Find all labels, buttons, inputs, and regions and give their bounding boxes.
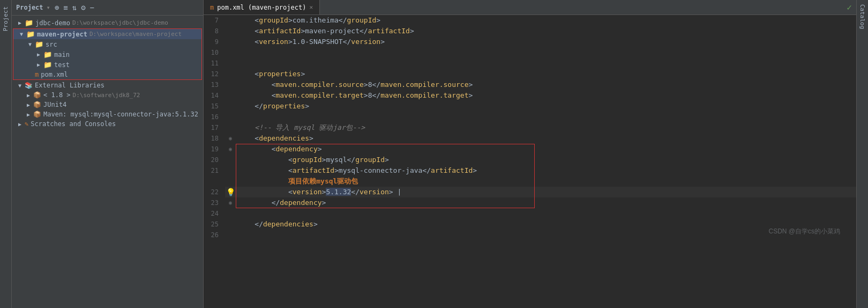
chevron-right-icon: ▶	[18, 20, 25, 26]
junit-label: JUnit4	[43, 101, 66, 108]
sort-icon[interactable]: ⇅	[71, 2, 78, 13]
src-chevron-icon: ▼	[28, 41, 35, 47]
line-content-14: <maven.compiler.target>8</maven.compiler…	[236, 90, 856, 101]
tree-item-jdbc-demo[interactable]: ▶ 📁 jdbc-demo D:\workspace\jdbc\jdbc-dem…	[12, 18, 203, 28]
code-line-24: 24	[204, 208, 856, 219]
code-line-18: 18 ◉ <dependencies>	[204, 133, 856, 144]
tree-item-test[interactable]: ▶ 📁 test	[13, 60, 201, 70]
main-label: main	[54, 51, 70, 58]
mysql-connector-label: Maven: mysql:mysql-connector-java:5.1.32	[43, 111, 198, 118]
header-dropdown-icon[interactable]: ▾	[47, 4, 50, 11]
mysql-chevron-icon: ▶	[27, 112, 33, 118]
code-line-20: 20 <groupId>mysql</groupId>	[204, 155, 856, 165]
code-line-14: 14 <maven.compiler.target>8</maven.compi…	[204, 90, 856, 101]
line-content-21: <artifactId>mysql-connector-java</artifa…	[236, 165, 856, 187]
settings-icon[interactable]: ⚙	[80, 2, 86, 13]
catalog-tab-label[interactable]: Catalog	[857, 0, 867, 33]
project-sidebar: Project ▾ ⊕ ≡ ⇅ ⚙ − ▶ 📁 jdbc-demo D:\wor…	[12, 0, 204, 308]
line-num-24: 24	[204, 208, 225, 219]
code-editor[interactable]: 7 <groupId>com.itheima</groupId> 8 <arti…	[204, 15, 856, 308]
sidebar-header: Project ▾ ⊕ ≡ ⇅ ⚙ −	[12, 0, 203, 16]
lightbulb-icon[interactable]: 💡	[225, 187, 236, 197]
tree-item-jdk[interactable]: ▶ 📦 < 1.8 > D:\software\jdk8_72	[12, 90, 203, 100]
tree-item-pom-xml[interactable]: m pom.xml	[13, 70, 201, 79]
line-num-12: 12	[204, 69, 225, 79]
tree-item-scratches[interactable]: ▶ ✎ Scratches and Consoles	[12, 119, 203, 129]
line-num-11: 11	[204, 58, 225, 69]
line-content-9: <version>1.0-SNAPSHOT</version>	[236, 36, 856, 47]
collapse-all-icon[interactable]: ≡	[62, 2, 69, 13]
src-label: src	[46, 41, 57, 48]
line-num-19: 19	[204, 144, 225, 155]
code-line-22: 22 💡 <version>5.1.32</version> |	[204, 187, 856, 197]
watermark: CSDN @自学cs的小菜鸡	[768, 227, 840, 236]
line-content-20: <groupId>mysql</groupId>	[236, 155, 856, 165]
tree-item-junit[interactable]: ▶ 📦 JUnit4	[12, 100, 203, 109]
line-num-15: 15	[204, 101, 225, 112]
left-vertical-tab[interactable]: Project	[0, 0, 12, 308]
line-content-15: </properties>	[236, 101, 856, 112]
line-content-7: <groupId>com.itheima</groupId>	[236, 15, 856, 26]
maven-project-path: D:\workspace\maven-project	[89, 31, 182, 38]
maven-project-label: maven-project	[37, 31, 87, 38]
line-content-23: </dependency>	[236, 197, 856, 208]
code-line-17: 17 <!-- 导入 mysql 驱动jar包-->	[204, 122, 856, 133]
project-tab-label[interactable]: Project	[1, 2, 11, 35]
junit-lib-icon: 📦	[33, 101, 41, 108]
tree-item-mysql-connector[interactable]: ▶ 📦 Maven: mysql:mysql-connector-java:5.…	[12, 109, 203, 119]
dependency-block: 19 ◉ <dependency> 20 <groupId>mysql</gro…	[204, 144, 856, 208]
line-num-8: 8	[204, 26, 225, 36]
gutter-19: ◉	[225, 144, 236, 155]
line-content-13: <maven.compiler.source>8</maven.compiler…	[236, 79, 856, 90]
tree-item-external-libs[interactable]: ▼ 📚 External Libraries	[12, 80, 203, 90]
line-content-26	[236, 230, 856, 240]
line-content-8: <artifactId>maven-project</artifactId>	[236, 26, 856, 36]
line-content-16	[236, 112, 856, 122]
right-vertical-tab[interactable]: Catalog	[856, 0, 868, 308]
tab-close-button[interactable]: ✕	[309, 4, 313, 11]
line-content-10	[236, 47, 856, 58]
close-sidebar-icon[interactable]: −	[89, 2, 95, 13]
jdk-lib-icon: 📦	[33, 91, 41, 99]
maven-project-group: ▼ 📁 maven-project D:\workspace\maven-pro…	[13, 28, 202, 80]
tree-item-src[interactable]: ▼ 📁 src	[13, 39, 201, 49]
sidebar-toolbar: ⊕ ≡ ⇅ ⚙ −	[54, 2, 95, 13]
main-folder-icon: 📁	[43, 50, 52, 58]
line-content-11	[236, 58, 856, 69]
line-num-26: 26	[204, 230, 225, 240]
line-content-19: <dependency>	[236, 144, 856, 155]
code-line-15: 15 </properties>	[204, 101, 856, 112]
line-content-17: <!-- 导入 mysql 驱动jar包-->	[236, 122, 856, 133]
pom-xml-label: pom.xml	[41, 71, 68, 78]
project-header-title: Project	[16, 4, 43, 11]
project-folder-icon: 📁	[25, 19, 33, 27]
checkmark-icon: ✓	[847, 2, 856, 12]
code-line-21: 21 <artifactId>mysql-connector-java</art…	[204, 165, 856, 187]
line-num-18: 18	[204, 133, 225, 144]
line-num-16: 16	[204, 112, 225, 122]
line-num-10: 10	[204, 47, 225, 58]
pom-tab-icon: m	[210, 4, 214, 11]
line-num-17: 17	[204, 122, 225, 133]
junit-chevron-icon: ▶	[27, 102, 33, 108]
line-num-14: 14	[204, 90, 225, 101]
line-num-7: 7	[204, 15, 225, 26]
jdk-path: D:\software\jdk8_72	[73, 92, 140, 99]
code-line-10: 10	[204, 47, 856, 58]
pom-file-icon: m	[35, 71, 39, 78]
tree-item-main[interactable]: ▶ 📁 main	[13, 49, 201, 60]
tree-item-maven-project[interactable]: ▼ 📁 maven-project D:\workspace\maven-pro…	[13, 29, 201, 39]
scratches-label: Scratches and Consoles	[31, 120, 116, 128]
locate-icon[interactable]: ⊕	[54, 2, 60, 13]
test-folder-icon: 📁	[43, 61, 52, 69]
line-content-22: <version>5.1.32</version> |	[236, 187, 856, 197]
code-line-7: 7 <groupId>com.itheima</groupId>	[204, 15, 856, 26]
line-content-12: <properties>	[236, 69, 856, 79]
editor-area: m pom.xml (maven-project) ✕ ✓ 7 <groupId…	[204, 0, 856, 308]
line-num-22: 22	[204, 187, 225, 197]
line-num-23: 23	[204, 197, 225, 208]
pom-xml-tab[interactable]: m pom.xml (maven-project) ✕	[204, 0, 320, 14]
main-chevron-icon: ▶	[37, 52, 43, 57]
line-content-18: <dependencies>	[236, 133, 856, 144]
chevron-down-icon: ▼	[20, 31, 26, 37]
